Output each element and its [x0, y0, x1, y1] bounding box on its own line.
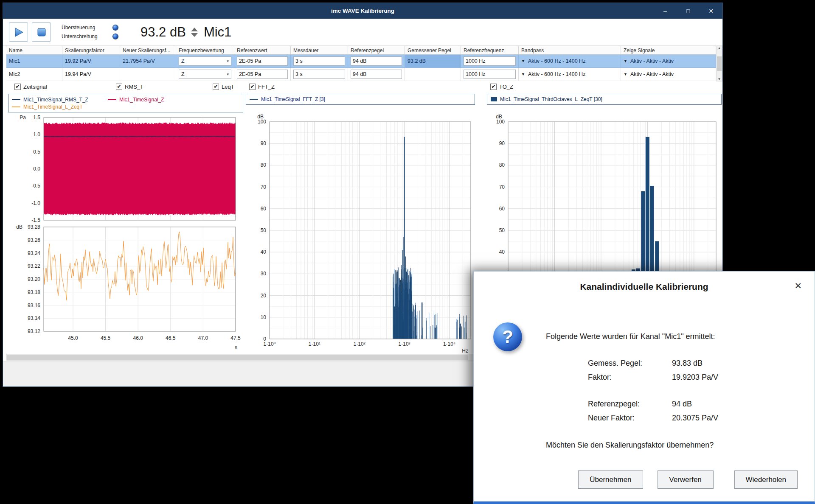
verwerfen-button[interactable]: Verwerfen — [658, 470, 714, 489]
window-title: imc WAVE Kalibrierung — [331, 8, 394, 14]
maximize-button[interactable]: □ — [683, 8, 693, 14]
frequenzbewertung-combobox[interactable]: Z ▾ — [179, 56, 231, 66]
table-row-mic2[interactable]: Mic2 19.94 Pa/V Z ▾ ▼ Aktiv - 600 Hz - 1… — [6, 68, 716, 81]
zeige-signale-dropdown[interactable]: ▼ Aktiv - Aktiv - Aktiv — [624, 58, 674, 64]
play-icon — [13, 26, 25, 38]
referenzpegel-input[interactable] — [351, 56, 402, 66]
svg-text:93.20: 93.20 — [28, 276, 40, 282]
combo-value: Z — [181, 58, 185, 64]
toggle-fft-z[interactable]: ✔ FFT_Z — [249, 84, 275, 90]
messdauer-input[interactable] — [293, 56, 345, 66]
svg-text:1·10⁴: 1·10⁴ — [443, 341, 455, 347]
referenzwert-input[interactable] — [237, 56, 288, 66]
dialog-close-icon[interactable]: ✕ — [794, 281, 802, 291]
bar-swatch-icon — [491, 97, 497, 101]
checkbox-checked-icon: ✔ — [249, 84, 256, 90]
value-label: Referenzpegel: — [588, 400, 672, 409]
line-swatch-icon — [12, 106, 20, 107]
toggle-label: Zeitsignal — [23, 84, 47, 90]
checkbox-checked-icon: ✔ — [116, 84, 122, 90]
chevron-down-icon: ▾ — [227, 59, 229, 63]
minimize-button[interactable]: – — [660, 8, 670, 14]
dialog-title: Kanalindividuelle Kalibrierung — [474, 282, 815, 292]
frequenzbewertung-combobox[interactable]: Z ▾ — [179, 70, 231, 79]
referenzwert-input[interactable] — [237, 70, 288, 79]
messdauer-input[interactable] — [293, 70, 345, 79]
cell-neuer-skalierungsfaktor — [120, 68, 176, 81]
fft-chart: 01020304050607080901001·10⁰1·10¹1·10²1·1… — [246, 113, 475, 353]
value-label: Faktor: — [588, 373, 672, 382]
question-icon: ? — [493, 322, 522, 351]
uebernehmen-button[interactable]: Übernehmen — [578, 470, 643, 489]
cell-name: Mic1 — [6, 55, 62, 68]
legend-entry: Mic1_TimeSignal_Z — [119, 97, 164, 103]
svg-text:70: 70 — [499, 184, 505, 190]
wiederholen-button[interactable]: Wiederholen — [734, 470, 798, 489]
svg-text:46.5: 46.5 — [166, 335, 176, 341]
toggle-rms-t[interactable]: ✔ RMS_T — [116, 84, 143, 90]
column-header-neuer-skalierungsfaktor: Neuer Skalierungsf... — [120, 46, 176, 54]
toggle-to-z[interactable]: ✔ TO_Z — [490, 84, 513, 90]
svg-text:45.0: 45.0 — [68, 335, 78, 341]
zeige-signale-value: Aktiv - Aktiv - Aktiv — [630, 71, 674, 77]
svg-text:40: 40 — [499, 249, 505, 255]
toggle-label: TO_Z — [499, 84, 513, 90]
svg-text:93.16: 93.16 — [28, 302, 40, 308]
value-text: 19.9203 Pa/V — [672, 373, 718, 382]
svg-text:1·10¹: 1·10¹ — [309, 341, 320, 347]
stop-button[interactable] — [32, 22, 51, 42]
column-header-messdauer: Messdauer — [291, 46, 348, 54]
chevron-down-icon: ▼ — [521, 59, 525, 63]
svg-text:0.0: 0.0 — [33, 166, 40, 172]
svg-text:60: 60 — [261, 206, 267, 212]
table-row-mic1[interactable]: Mic1 19.92 Pa/V 21.7954 Pa/V Z ▾ 93.2 dB… — [6, 55, 716, 68]
chevron-down-icon: ▼ — [624, 72, 627, 76]
legend-entry: Mic1_TimeSignal_ThirdOctaves_L_ZeqT [30] — [500, 96, 602, 102]
svg-text:1.5: 1.5 — [33, 115, 40, 120]
legend-fft: Mic1_TimeSignal_FFT_Z [3] — [246, 94, 475, 105]
level-display: 93.2 dB — [141, 25, 186, 40]
scrollbar-thumb[interactable] — [717, 56, 722, 71]
combo-value: Z — [181, 71, 185, 77]
spinner-down-icon[interactable] — [191, 33, 198, 37]
column-header-referenzpegel: Referenzpegel — [348, 46, 405, 54]
stop-icon — [36, 26, 48, 38]
checkbox-checked-icon: ✔ — [14, 84, 21, 90]
bandpass-dropdown[interactable]: ▼ Aktiv - 600 Hz - 1400 Hz — [521, 58, 585, 64]
cell-referenzfrequenz — [461, 68, 519, 81]
bandpass-dropdown[interactable]: ▼ Aktiv - 600 Hz - 1400 Hz — [521, 71, 585, 77]
spinner-up-icon[interactable] — [191, 28, 198, 31]
referenzpegel-input[interactable] — [351, 70, 402, 79]
scrollbar-thumb[interactable] — [7, 355, 468, 360]
svg-text:50: 50 — [499, 227, 505, 233]
line-swatch-icon — [12, 99, 20, 100]
underrun-label: Unterschreitung — [62, 34, 98, 39]
cell-bandpass: ▼ Aktiv - 600 Hz - 1400 Hz — [519, 55, 621, 68]
scroll-up-icon[interactable]: ▲ — [718, 46, 721, 50]
time-signal-chart: 45.045.546.046.547.047.51.51.00.50.0-0.5… — [8, 113, 243, 353]
channel-spinner[interactable] — [191, 28, 198, 37]
table-vertical-scrollbar[interactable]: ▲ ▼ — [716, 46, 722, 81]
legend-time-signal: Mic1_TimeSignal_RMS_T_Z Mic1_TimeSignal_… — [8, 94, 243, 112]
bandpass-value: Aktiv - 600 Hz - 1400 Hz — [528, 58, 585, 64]
svg-text:45.5: 45.5 — [101, 335, 111, 341]
legend-entry: Mic1_TimeSignal_FFT_Z [3] — [261, 96, 325, 102]
zeige-signale-dropdown[interactable]: ▼ Aktiv - Aktiv - Aktiv — [624, 71, 674, 77]
checkbox-checked-icon: ✔ — [213, 84, 219, 90]
close-button[interactable]: ✕ — [706, 8, 716, 14]
value-text: 20.3075 Pa/V — [672, 414, 718, 423]
table-header: Name Skalierungsfaktor Neuer Skalierungs… — [6, 46, 716, 55]
svg-text:100: 100 — [496, 119, 505, 125]
referenzfrequenz-input[interactable] — [464, 70, 516, 79]
cell-zeige-signale: ▼ Aktiv - Aktiv - Aktiv — [621, 55, 716, 68]
cell-skalierungsfaktor: 19.94 Pa/V — [62, 68, 120, 81]
referenzfrequenz-input[interactable] — [464, 56, 516, 66]
cell-referenzpegel — [348, 55, 405, 68]
start-button[interactable] — [9, 22, 28, 42]
toggle-zeitsignal[interactable]: ✔ Zeitsignal — [14, 84, 47, 90]
zeige-signale-value: Aktiv - Aktiv - Aktiv — [630, 58, 674, 64]
toggle-leqt[interactable]: ✔ LeqT — [213, 84, 234, 90]
svg-text:47.5: 47.5 — [230, 335, 241, 341]
line-swatch-icon — [250, 99, 258, 100]
scroll-down-icon[interactable]: ▼ — [718, 77, 721, 81]
